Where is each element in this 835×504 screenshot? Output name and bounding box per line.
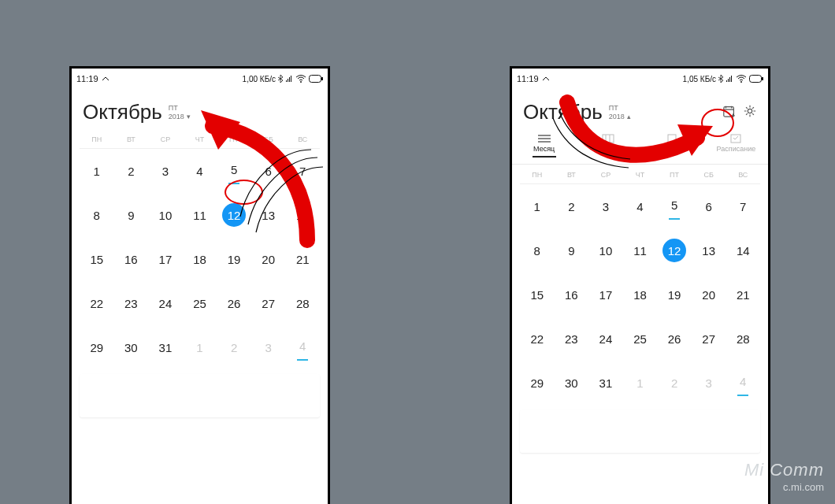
tab-week[interactable]: Неделя — [576, 129, 640, 164]
calendar-day[interactable]: 13 — [692, 228, 726, 272]
calendar-day[interactable]: 3 — [148, 149, 183, 193]
calendar-day[interactable]: 23 — [114, 281, 149, 325]
day-number: 4 — [297, 335, 308, 361]
day-number: 4 — [188, 159, 212, 183]
calendar-header: Октябрь ПТ 2018 ▴ — [512, 87, 768, 129]
day-number: 10 — [154, 203, 177, 227]
signal-icon — [285, 75, 293, 83]
calendar-day[interactable]: 3 — [588, 184, 623, 228]
bluetooth-icon — [718, 75, 723, 83]
day-number: 27 — [697, 327, 721, 350]
calendar-day[interactable]: 1 — [520, 184, 555, 228]
calendar-day[interactable]: 20 — [251, 237, 286, 281]
calendar-day[interactable]: 16 — [114, 237, 149, 281]
calendar-day[interactable]: 25 — [183, 281, 217, 325]
watermark-line1: Mi Comm — [744, 461, 824, 479]
calendar-day[interactable]: 6 — [251, 149, 286, 193]
calendar-day[interactable]: 16 — [555, 272, 589, 317]
svg-point-3 — [740, 81, 742, 83]
dayname: ЧТ — [623, 171, 658, 179]
dayname: СР — [148, 135, 183, 143]
calendar-day[interactable]: 4 — [285, 325, 320, 369]
calendar-day[interactable]: 26 — [657, 317, 692, 361]
calendar-day[interactable]: 3 — [251, 325, 286, 369]
calendar-day[interactable]: 15 — [80, 237, 114, 281]
calendar-day[interactable]: 13 — [251, 193, 286, 237]
calendar-day[interactable]: 14 — [726, 228, 760, 272]
calendar-day[interactable]: 24 — [148, 281, 183, 325]
calendar-day[interactable]: 21 — [285, 237, 320, 281]
calendar-day[interactable]: 9 — [555, 228, 589, 272]
calendar-day[interactable]: 9 — [114, 193, 149, 237]
calendar-day[interactable]: 6 — [692, 184, 726, 228]
calendar-day[interactable]: 29 — [520, 361, 555, 405]
calendar-day[interactable]: 1 — [80, 149, 114, 193]
calendar-day[interactable]: 10 — [148, 193, 183, 237]
calendar-day[interactable]: 12 — [217, 193, 251, 237]
calendar-day[interactable]: 17 — [148, 237, 183, 281]
calendar-day[interactable]: 18 — [623, 272, 658, 317]
tab-month[interactable]: Месяц — [512, 129, 576, 164]
calendar-day[interactable]: 25 — [623, 317, 658, 361]
calendar-day[interactable]: 1 — [183, 325, 217, 369]
calendar-day[interactable]: 19 — [657, 272, 692, 317]
events-card — [520, 410, 760, 453]
calendar-day[interactable]: 2 — [114, 149, 149, 193]
calendar-day[interactable]: 11 — [183, 193, 217, 237]
calendar-day[interactable]: 29 — [80, 325, 114, 369]
calendar-day[interactable]: 26 — [217, 281, 251, 325]
tab-agenda[interactable]: Расписание — [704, 129, 768, 164]
calendar-day[interactable]: 7 — [726, 184, 760, 228]
calendar-day[interactable]: 14 — [285, 193, 320, 237]
calendar-day[interactable]: 5 — [657, 184, 692, 228]
year-selector[interactable]: ПТ 2018 ▾ — [169, 104, 191, 121]
calendar-day[interactable]: 4 — [623, 184, 658, 228]
calendar-day[interactable]: 28 — [285, 281, 320, 325]
day-number: 1 — [525, 195, 549, 218]
calendar-day[interactable]: 3 — [692, 361, 726, 405]
calendar-day[interactable]: 24 — [588, 317, 623, 361]
day-number: 17 — [594, 283, 618, 306]
dayname: ВТ — [555, 171, 589, 179]
calendar-day[interactable]: 11 — [623, 228, 658, 272]
calendar-day[interactable]: 8 — [520, 228, 555, 272]
calendar-day[interactable]: 2 — [657, 361, 692, 405]
day-number: 21 — [731, 283, 755, 306]
calendar-header: Октябрь ПТ 2018 ▾ — [72, 87, 328, 129]
calendar-day[interactable]: 27 — [251, 281, 286, 325]
day-number: 7 — [731, 195, 755, 218]
calendar-day[interactable]: 31 — [148, 325, 183, 369]
calendar-day[interactable]: 17 — [588, 272, 623, 317]
tab-day[interactable]: День — [640, 129, 704, 164]
calendar-day[interactable]: 22 — [520, 317, 555, 361]
calendar-day[interactable]: 27 — [692, 317, 726, 361]
day-number: 13 — [697, 239, 721, 262]
calendar-day[interactable]: 30 — [114, 325, 149, 369]
calendar-day[interactable]: 4 — [183, 149, 217, 193]
calendar-day[interactable]: 22 — [80, 281, 114, 325]
calendar-day[interactable]: 2 — [217, 325, 251, 369]
add-event-icon[interactable] — [722, 104, 737, 121]
calendar-day[interactable]: 18 — [183, 237, 217, 281]
calendar-day[interactable]: 28 — [726, 317, 760, 361]
calendar-day[interactable]: 31 — [588, 361, 623, 405]
calendar-day[interactable]: 12 — [657, 228, 692, 272]
gear-icon[interactable] — [743, 104, 757, 121]
calendar-day[interactable]: 8 — [80, 193, 114, 237]
dayname: ВС — [285, 135, 320, 143]
calendar-day[interactable]: 5 — [217, 149, 251, 193]
year-selector[interactable]: ПТ 2018 ▴ — [609, 104, 631, 121]
calendar-day[interactable]: 15 — [520, 272, 555, 317]
calendar-day[interactable]: 19 — [217, 237, 251, 281]
day-number: 22 — [525, 327, 549, 350]
calendar-day[interactable]: 23 — [555, 317, 589, 361]
calendar-day[interactable]: 7 — [285, 149, 320, 193]
calendar-day[interactable]: 4 — [726, 361, 760, 405]
calendar-day[interactable]: 1 — [623, 361, 658, 405]
calendar-day[interactable]: 30 — [555, 361, 589, 405]
calendar-day[interactable]: 20 — [692, 272, 726, 317]
calendar-day[interactable]: 2 — [555, 184, 589, 228]
svg-point-7 — [748, 109, 752, 113]
calendar-day[interactable]: 21 — [726, 272, 760, 317]
calendar-day[interactable]: 10 — [588, 228, 623, 272]
